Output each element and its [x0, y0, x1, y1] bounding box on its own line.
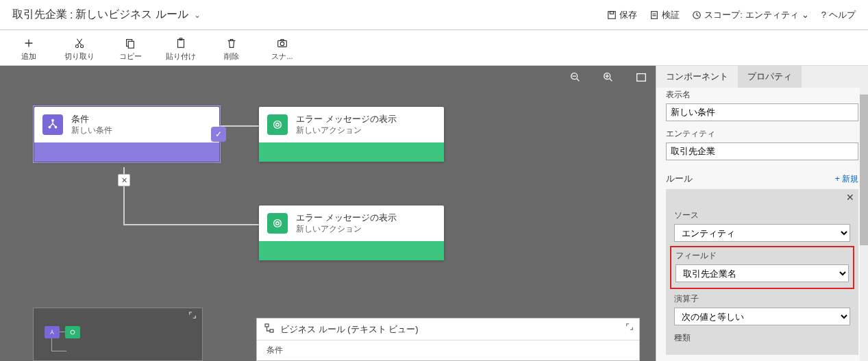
- plus-icon: [22, 36, 36, 50]
- node-subtitle: 新しいアクション: [296, 224, 397, 235]
- flow-icon: [264, 323, 275, 336]
- expand-icon[interactable]: [188, 311, 198, 321]
- fit-to-screen-button[interactable]: [634, 70, 649, 85]
- text-view-panel: ビジネス ルール (テキスト ビュー) 条件: [256, 318, 640, 361]
- svg-rect-23: [265, 324, 269, 327]
- camera-icon: [275, 36, 289, 50]
- trash-icon: [225, 36, 238, 50]
- field-select[interactable]: 取引先企業名: [675, 264, 849, 282]
- scrollbar[interactable]: [860, 88, 868, 361]
- minimap-node: [45, 326, 60, 338]
- svg-rect-0: [608, 11, 616, 18]
- text-view-title: ビジネス ルール (テキスト ビュー): [280, 323, 419, 336]
- new-rule-button[interactable]: + 新規: [835, 173, 858, 185]
- svg-point-21: [276, 222, 280, 225]
- delete-button[interactable]: 削除: [216, 36, 247, 62]
- svg-point-5: [81, 45, 84, 47]
- connector: [123, 224, 259, 225]
- text-view-section: 条件: [266, 345, 283, 355]
- svg-point-22: [71, 330, 75, 334]
- svg-rect-24: [270, 329, 273, 332]
- action-node[interactable]: エラー メッセージの表示 新しいアクション: [259, 107, 444, 162]
- tab-components[interactable]: コンポーネント: [656, 66, 738, 88]
- svg-rect-8: [178, 40, 184, 48]
- cut-icon: [73, 36, 86, 50]
- minimap-connector: [51, 338, 52, 351]
- expand-icon[interactable]: [625, 323, 634, 333]
- paste-icon: [174, 36, 188, 50]
- remove-branch-button[interactable]: ✕: [118, 174, 130, 186]
- svg-point-18: [274, 121, 282, 129]
- save-icon: [607, 10, 617, 20]
- field-highlight: フィールド 取引先企業名: [670, 246, 854, 289]
- display-name-label: 表示名: [666, 89, 858, 101]
- help-icon: ?: [821, 10, 826, 20]
- field-label: フィールド: [675, 250, 849, 262]
- entity-input[interactable]: [666, 142, 858, 160]
- display-name-input[interactable]: [666, 103, 858, 121]
- scope-icon: [692, 10, 702, 20]
- scrollbar-thumb[interactable]: [860, 95, 868, 245]
- svg-rect-14: [637, 74, 646, 82]
- rules-label: ルール: [666, 173, 693, 185]
- chevron-down-icon: ⌄: [802, 10, 809, 20]
- node-footer: [259, 142, 444, 162]
- zoom-out-button[interactable]: [568, 70, 583, 85]
- close-icon[interactable]: ✕: [846, 192, 854, 203]
- copy-button[interactable]: コピー: [115, 36, 145, 62]
- node-subtitle: 新しいアクション: [296, 125, 397, 136]
- paste-button[interactable]: 貼り付け: [166, 36, 196, 62]
- error-message-icon: [267, 213, 288, 234]
- copy-icon: [123, 36, 137, 50]
- add-button[interactable]: 追加: [14, 36, 44, 62]
- rule-card: ✕ ソース エンティティ フィールド 取引先企業名 演算子 次の値と等しい 種類: [666, 189, 858, 355]
- minimap-connector: [60, 332, 65, 332]
- source-select[interactable]: エンティティ: [674, 224, 850, 242]
- canvas[interactable]: ✕ 条件 新しい条件 ✓ エラー メッセージの表示 新しいアクション: [0, 66, 656, 361]
- node-subtitle: 新しい条件: [71, 125, 112, 136]
- chevron-down-icon: ⌄: [194, 10, 201, 20]
- scope-dropdown[interactable]: スコープ: エンティティ ⌄: [692, 9, 809, 21]
- minimap-connector: [51, 351, 66, 351]
- svg-point-11: [280, 42, 284, 45]
- action-node[interactable]: エラー メッセージの表示 新しいアクション: [259, 206, 444, 260]
- svg-point-15: [52, 120, 53, 121]
- entity-label: エンティティ: [666, 128, 858, 140]
- svg-point-17: [55, 127, 56, 128]
- operator-select[interactable]: 次の値と等しい: [674, 308, 850, 325]
- help-button[interactable]: ? ヘルプ: [821, 9, 856, 21]
- svg-rect-1: [610, 11, 614, 14]
- node-footer: [34, 142, 219, 162]
- check-icon: ✓: [211, 127, 226, 142]
- error-message-icon: [267, 114, 288, 135]
- minimap[interactable]: [33, 308, 203, 361]
- cut-button[interactable]: 切り取り: [64, 36, 95, 62]
- node-title: エラー メッセージの表示: [296, 114, 397, 125]
- condition-node[interactable]: 条件 新しい条件 ✓: [34, 107, 219, 162]
- validate-icon: [649, 10, 659, 20]
- save-button[interactable]: 保存: [607, 9, 637, 21]
- source-label: ソース: [674, 210, 850, 221]
- node-title: エラー メッセージの表示: [296, 212, 397, 224]
- minimap-node: [65, 326, 80, 338]
- properties-panel: コンポーネント プロパティ 表示名 エンティティ ルール + 新規 ✕ ソース …: [656, 66, 868, 361]
- entity-name: 取引先企業: [12, 8, 67, 22]
- node-footer: [259, 241, 444, 260]
- validate-button[interactable]: 検証: [649, 9, 680, 21]
- zoom-in-button[interactable]: [601, 70, 616, 85]
- connector: [219, 125, 259, 127]
- svg-point-16: [49, 127, 50, 128]
- tab-properties[interactable]: プロパティ: [738, 66, 802, 88]
- type-label: 種類: [674, 332, 850, 344]
- svg-point-4: [75, 45, 78, 47]
- condition-icon: [42, 114, 63, 135]
- snapshot-button[interactable]: スナ...: [267, 36, 297, 62]
- svg-point-20: [274, 220, 282, 227]
- node-title: 条件: [71, 114, 112, 125]
- svg-rect-7: [128, 41, 134, 48]
- rule-name: 新しいビジネス ルール: [75, 8, 188, 22]
- operator-label: 演算子: [674, 293, 850, 305]
- page-title[interactable]: 取引先企業: 新しいビジネス ルール ⌄: [12, 8, 201, 22]
- svg-point-19: [276, 123, 280, 127]
- svg-rect-2: [652, 11, 658, 18]
